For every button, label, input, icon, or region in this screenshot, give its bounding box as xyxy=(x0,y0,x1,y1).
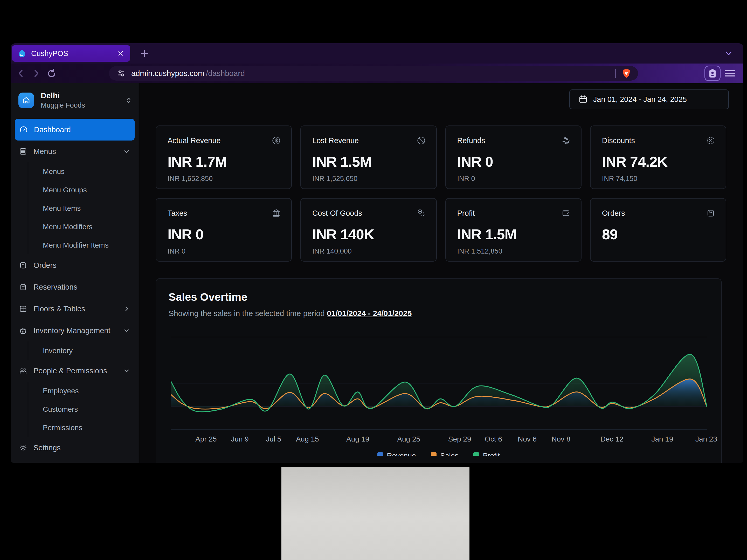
shopping-bag-icon xyxy=(706,209,715,218)
legend-label: Profit xyxy=(483,452,499,456)
stat-card-discounts: Discounts INR 74.2K INR 74,150 xyxy=(590,126,726,189)
legend-label: Revenue xyxy=(387,452,416,456)
browser-menu-icon[interactable] xyxy=(724,67,736,80)
chevron-down-icon xyxy=(123,148,130,155)
sidebar-item-floors-tables[interactable]: Floors & Tables xyxy=(14,298,135,320)
stat-title: Refunds xyxy=(457,136,570,145)
stat-value: INR 74.2K xyxy=(602,153,714,170)
stat-value: INR 1.5M xyxy=(457,226,570,243)
sidebar-subitem-menu-modifier-items[interactable]: Menu Modifier Items xyxy=(43,236,135,254)
stat-value: INR 1.5M xyxy=(312,153,424,170)
location-avatar xyxy=(19,92,34,108)
profile-badge-icon xyxy=(707,68,718,79)
x-axis-tick-label: Jun 9 xyxy=(231,435,249,443)
browser-toolbar: admin.cushypos.com/dashboard xyxy=(10,63,743,83)
forward-button[interactable] xyxy=(31,68,41,79)
coins-icon xyxy=(416,209,426,218)
stat-subvalue: INR 1,512,850 xyxy=(457,247,570,256)
sidebar-nav: Dashboard Menus Menus xyxy=(14,119,135,459)
x-axis-tick-label: Nov 6 xyxy=(518,435,537,443)
site-settings-icon[interactable] xyxy=(117,69,126,78)
back-button[interactable] xyxy=(16,68,26,79)
browser-tab[interactable]: CushyPOS xyxy=(12,45,130,62)
sidebar-subitem-employees[interactable]: Employees xyxy=(43,382,135,400)
sidebar-subitem-inventory[interactable]: Inventory xyxy=(43,342,135,360)
sales-overtime-subtitle: Showing the sales in the selected time p… xyxy=(169,309,412,318)
menus-submenu: Menus Menu Groups Menu Items Menu Modifi… xyxy=(28,162,135,254)
sidebar-subitem-customers[interactable]: Customers xyxy=(43,400,135,419)
reload-button[interactable] xyxy=(46,68,57,79)
profile-button[interactable] xyxy=(704,65,721,81)
stat-card-orders: Orders 89 xyxy=(590,198,726,262)
legend-item-sales[interactable]: Sales xyxy=(431,452,458,456)
chart-x-axis: Apr 25Jun 9Jul 5Aug 15Aug 19Aug 25Sep 29… xyxy=(171,435,707,446)
desktop-background: CushyPOS xyxy=(0,0,747,560)
stat-value: INR 1.7M xyxy=(168,153,280,170)
date-range-picker[interactable]: Jan 01, 2024 - Jan 24, 2025 xyxy=(569,89,729,109)
address-bar[interactable]: admin.cushypos.com/dashboard xyxy=(109,66,638,81)
inventory-submenu: Inventory xyxy=(28,342,135,360)
sidebar-item-inventory-management[interactable]: Inventory Management xyxy=(14,320,135,342)
date-range-label: Jan 01, 2024 - Jan 24, 2025 xyxy=(593,95,687,104)
basket-icon xyxy=(19,326,27,335)
sidebar-item-people-permissions[interactable]: People & Permissions xyxy=(14,360,135,382)
sidebar-subitem-menu-items[interactable]: Menu Items xyxy=(43,199,135,217)
new-tab-button[interactable] xyxy=(140,49,149,58)
legend-item-profit[interactable]: Profit xyxy=(473,452,499,456)
stat-value: INR 0 xyxy=(457,153,570,170)
x-axis-tick-label: Aug 19 xyxy=(346,435,369,443)
location-switcher[interactable]: Delhi Muggie Foods xyxy=(14,89,135,111)
chevron-right-icon xyxy=(123,305,130,312)
sidebar-item-menus[interactable]: Menus xyxy=(14,140,135,162)
stat-card-cost-of-goods: Cost Of Goods INR 140K INR 140,000 xyxy=(300,198,437,262)
revenue-area xyxy=(171,379,707,409)
sidebar: Delhi Muggie Foods Dashboard xyxy=(10,83,139,463)
sidebar-item-label: Orders xyxy=(33,261,130,270)
sidebar-item-dashboard[interactable]: Dashboard xyxy=(15,119,135,140)
chevron-down-icon xyxy=(123,367,130,374)
url-path: /dashboard xyxy=(206,69,245,78)
x-axis-tick-label: Nov 8 xyxy=(551,435,570,443)
tab-search-chevron-icon[interactable] xyxy=(724,50,733,57)
chart-gridlines xyxy=(171,337,707,429)
wallet-icon xyxy=(561,209,571,218)
stat-title: Cost Of Goods xyxy=(312,209,424,217)
sidebar-subitem-menu-groups[interactable]: Menu Groups xyxy=(43,181,135,199)
browser-window: CushyPOS xyxy=(10,43,743,463)
sidebar-item-reservations[interactable]: Reservations xyxy=(14,276,135,298)
sidebar-item-settings[interactable]: Settings xyxy=(14,437,135,459)
home-icon xyxy=(22,96,30,105)
legend-item-revenue[interactable]: Revenue xyxy=(378,452,416,456)
stat-subvalue: INR 0 xyxy=(168,247,280,256)
sidebar-item-label: Inventory Management xyxy=(33,326,117,335)
users-icon xyxy=(19,367,27,375)
subtitle-text: Showing the sales in the selected time p… xyxy=(169,309,327,318)
subtitle-date-range-link[interactable]: 01/01/2024 - 24/01/2025 xyxy=(327,309,412,318)
ban-icon xyxy=(416,136,426,145)
brave-shield-icon[interactable] xyxy=(621,68,631,79)
sidebar-item-label: Settings xyxy=(33,444,130,452)
circle-dollar-icon xyxy=(272,136,281,145)
table-grid-icon xyxy=(19,304,27,313)
stat-card-taxes: Taxes INR 0 INR 0 xyxy=(156,198,292,262)
x-axis-tick-label: Apr 25 xyxy=(195,435,217,443)
location-name: Delhi xyxy=(41,91,119,100)
stat-card-actual-revenue: Actual Revenue INR 1.7M INR 1,652,850 xyxy=(156,126,292,189)
urlbar-divider xyxy=(615,69,616,78)
stat-subvalue: INR 1,652,850 xyxy=(168,175,280,183)
stat-value: INR 140K xyxy=(312,226,424,243)
sidebar-item-orders[interactable]: Orders xyxy=(14,254,135,276)
landmark-icon xyxy=(272,209,281,218)
hand-coins-icon xyxy=(561,136,571,145)
sidebar-subitem-menus[interactable]: Menus xyxy=(43,162,135,181)
unfold-chevrons-icon xyxy=(125,97,132,104)
tab-close-icon[interactable] xyxy=(117,50,124,57)
sidebar-subitem-menu-modifiers[interactable]: Menu Modifiers xyxy=(43,217,135,236)
legend-swatch-icon xyxy=(431,452,437,456)
sidebar-subitem-permissions[interactable]: Permissions xyxy=(43,419,135,437)
stat-title: Profit xyxy=(457,209,570,217)
stat-card-refunds: Refunds INR 0 INR 0 xyxy=(445,126,582,189)
chevron-down-icon xyxy=(123,327,130,334)
sidebar-item-label: Menus xyxy=(33,147,117,156)
x-axis-tick-label: Jan 23 xyxy=(695,435,717,443)
